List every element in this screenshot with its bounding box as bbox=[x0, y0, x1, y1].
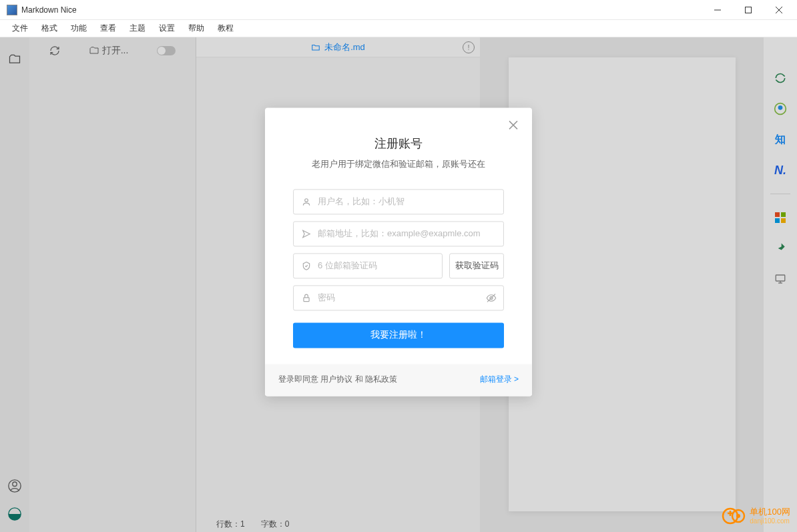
menu-theme[interactable]: 主题 bbox=[123, 20, 152, 37]
menu-help[interactable]: 帮助 bbox=[182, 20, 211, 37]
svg-rect-19 bbox=[304, 297, 309, 301]
svg-rect-1 bbox=[746, 7, 752, 13]
email-input[interactable] bbox=[312, 228, 497, 238]
menu-function[interactable]: 功能 bbox=[64, 20, 93, 37]
menu-view[interactable]: 查看 bbox=[93, 20, 123, 37]
agree-text: 登录即同意 用户协议 和 隐私政策 bbox=[278, 374, 397, 385]
app-title: Markdown Nice bbox=[21, 5, 702, 15]
modal-subtitle: 老用户用于绑定微信和验证邮箱，原账号还在 bbox=[281, 158, 516, 170]
menu-settings[interactable]: 设置 bbox=[152, 20, 182, 37]
code-field-icon bbox=[300, 261, 312, 270]
modal-title: 注册账号 bbox=[281, 136, 516, 152]
password-field-icon bbox=[300, 293, 312, 302]
svg-point-24 bbox=[736, 514, 740, 518]
watermark: 单机100网 danji100.com bbox=[722, 504, 790, 528]
register-submit-button[interactable]: 我要注册啦！ bbox=[293, 322, 504, 348]
menubar: 文件 格式 功能 查看 主题 设置 帮助 教程 bbox=[0, 20, 797, 37]
email-field-icon bbox=[300, 229, 312, 238]
email-login-link[interactable]: 邮箱登录 > bbox=[480, 374, 519, 385]
app-icon bbox=[7, 5, 17, 15]
watermark-icon bbox=[722, 504, 746, 528]
modal-close-button[interactable] bbox=[507, 118, 520, 131]
close-button[interactable] bbox=[764, 0, 794, 20]
minimize-button[interactable] bbox=[702, 0, 733, 20]
svg-point-18 bbox=[305, 198, 308, 202]
watermark-text: 单机100网 bbox=[750, 507, 790, 517]
register-modal: 注册账号 老用户用于绑定微信和验证邮箱，原账号还在 获取验证码 bbox=[265, 107, 532, 396]
privacy-link[interactable]: 隐私政策 bbox=[365, 374, 397, 384]
code-input[interactable] bbox=[312, 260, 435, 270]
toggle-password-icon[interactable] bbox=[486, 292, 497, 303]
user-field-icon bbox=[300, 197, 312, 206]
menu-file[interactable]: 文件 bbox=[5, 20, 35, 37]
get-code-button[interactable]: 获取验证码 bbox=[449, 253, 504, 278]
watermark-url: danji100.com bbox=[750, 517, 790, 525]
maximize-button[interactable] bbox=[733, 0, 764, 20]
titlebar: Markdown Nice bbox=[0, 0, 797, 20]
menu-tutorial[interactable]: 教程 bbox=[211, 20, 240, 37]
password-input[interactable] bbox=[312, 292, 486, 302]
terms-link[interactable]: 用户协议 bbox=[320, 374, 352, 384]
username-input[interactable] bbox=[312, 196, 497, 206]
menu-format[interactable]: 格式 bbox=[35, 20, 64, 37]
